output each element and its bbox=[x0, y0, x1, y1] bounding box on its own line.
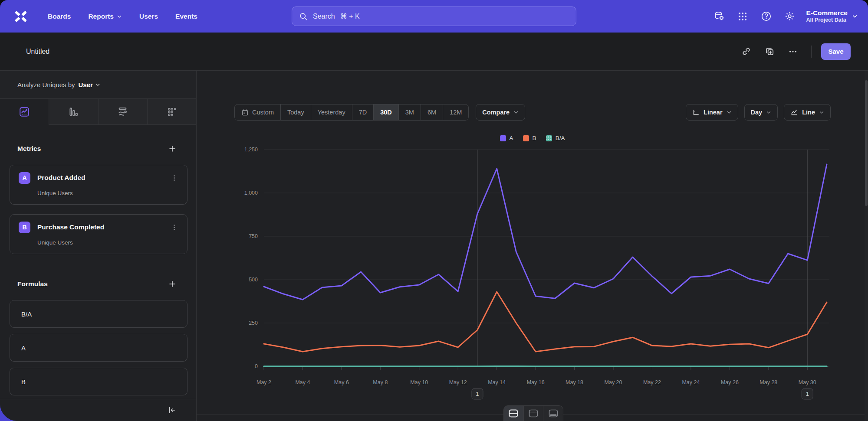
metric-menu-button[interactable] bbox=[168, 221, 180, 233]
project-scope: All Project Data bbox=[806, 17, 846, 24]
plus-icon bbox=[168, 145, 176, 153]
seg-label: 12M bbox=[450, 109, 462, 116]
date-range-12m[interactable]: 12M bbox=[443, 104, 468, 120]
content-area: Untitled bbox=[0, 33, 868, 421]
legend-label: B bbox=[533, 135, 536, 141]
seg-label: Yesterday bbox=[318, 109, 345, 116]
date-range-3m[interactable]: 3M bbox=[398, 104, 421, 120]
plus-icon bbox=[168, 280, 176, 288]
formula-label: A bbox=[21, 344, 26, 352]
date-range-control: Custom Today Yesterday 7D 30D 3M 6M 12M bbox=[234, 104, 469, 121]
more-options-button[interactable] bbox=[784, 43, 802, 60]
annotation-badge-label: 1 bbox=[806, 391, 809, 397]
gear-icon bbox=[784, 11, 795, 22]
database-gear-icon bbox=[714, 11, 725, 22]
legend-item-b[interactable]: B bbox=[523, 135, 536, 141]
x-axis-label: May 26 bbox=[721, 379, 739, 385]
analyze-row: Analyze Uniques by User bbox=[0, 71, 196, 98]
save-button[interactable]: Save bbox=[821, 43, 851, 60]
y-axis-label: 0 bbox=[255, 363, 258, 369]
analyze-by-dropdown[interactable]: User bbox=[79, 81, 100, 88]
scrollbar-thumb[interactable] bbox=[865, 80, 868, 206]
search-icon bbox=[299, 12, 308, 21]
series-line-a[interactable] bbox=[264, 164, 827, 300]
metrics-section-header: Metrics bbox=[17, 142, 179, 155]
header-view-icon bbox=[529, 409, 538, 418]
chart-style-label: Line bbox=[802, 109, 815, 116]
interval-label: Day bbox=[751, 109, 763, 116]
duplicate-button[interactable] bbox=[761, 43, 778, 60]
date-range-30d[interactable]: 30D bbox=[373, 104, 398, 120]
formula-card-a[interactable]: A bbox=[10, 334, 187, 362]
formulas-section-header: Formulas bbox=[17, 277, 179, 290]
formulas-title: Formulas bbox=[17, 280, 48, 288]
date-range-yesterday[interactable]: Yesterday bbox=[311, 104, 352, 120]
y-axis-label: 750 bbox=[249, 233, 258, 239]
project-switcher[interactable]: E-Commerce All Project Data bbox=[806, 9, 858, 24]
tab-scatter-grid[interactable] bbox=[147, 99, 196, 125]
x-axis-label: May 14 bbox=[488, 379, 506, 385]
x-axis-label: May 28 bbox=[760, 379, 777, 385]
metric-measurement[interactable]: Unique Users bbox=[37, 239, 187, 246]
formula-card-b[interactable]: B bbox=[10, 368, 187, 395]
data-management-button[interactable] bbox=[710, 7, 729, 26]
compare-label: Compare bbox=[482, 109, 510, 116]
y-axis-label: 500 bbox=[249, 277, 258, 283]
date-range-7d[interactable]: 7D bbox=[352, 104, 374, 120]
chart-panel: Custom Today Yesterday 7D 30D 3M 6M 12M … bbox=[197, 71, 868, 421]
tab-flow[interactable] bbox=[98, 99, 147, 125]
search-input[interactable]: Search ⌘ + K bbox=[292, 7, 576, 26]
legend-item-ba[interactable]: B/A bbox=[546, 135, 565, 141]
toggle-panel-view[interactable] bbox=[543, 406, 563, 421]
chevron-down-icon bbox=[727, 110, 732, 115]
workspace: Analyze Uniques by User bbox=[0, 71, 868, 421]
metric-card-product-added[interactable]: A Product Added Unique Users bbox=[10, 165, 187, 205]
tab-line-chart[interactable] bbox=[0, 99, 49, 125]
chevron-down-icon bbox=[766, 110, 771, 115]
date-range-6m[interactable]: 6M bbox=[421, 104, 443, 120]
nav-item-boards[interactable]: Boards bbox=[41, 8, 78, 25]
metric-menu-button[interactable] bbox=[168, 172, 180, 184]
query-sidebar: Analyze Uniques by User bbox=[0, 71, 197, 421]
series-line-b[interactable] bbox=[264, 292, 827, 352]
seg-label: 30D bbox=[380, 109, 392, 116]
chevron-down-icon bbox=[513, 110, 519, 115]
panel-view-icon bbox=[549, 409, 558, 418]
metrics-title: Metrics bbox=[17, 145, 41, 153]
settings-button[interactable] bbox=[780, 7, 799, 26]
date-range-today[interactable]: Today bbox=[280, 104, 311, 120]
mixpanel-logo[interactable] bbox=[12, 8, 30, 25]
nav-item-events[interactable]: Events bbox=[168, 8, 204, 25]
date-range-custom[interactable]: Custom bbox=[235, 104, 280, 120]
nav-item-users[interactable]: Users bbox=[132, 8, 165, 25]
nav-item-reports[interactable]: Reports bbox=[81, 8, 129, 25]
chevron-down-icon bbox=[852, 13, 858, 19]
scale-dropdown[interactable]: Linear bbox=[686, 104, 738, 121]
collapse-sidebar-button[interactable] bbox=[163, 401, 181, 419]
calendar-icon bbox=[241, 109, 249, 116]
apps-grid-button[interactable] bbox=[733, 7, 752, 26]
tab-bar-chart[interactable] bbox=[49, 99, 98, 125]
report-title[interactable]: Untitled bbox=[26, 48, 49, 55]
y-axis-label: 1,250 bbox=[244, 147, 258, 153]
interval-dropdown[interactable]: Day bbox=[744, 104, 778, 121]
x-axis-label: May 4 bbox=[295, 379, 310, 385]
analyze-value: User bbox=[79, 81, 93, 88]
formula-card-ba[interactable]: B/A bbox=[10, 300, 187, 328]
chevron-down-icon bbox=[95, 82, 100, 87]
line-style-icon bbox=[790, 108, 798, 116]
legend-swatch-ba bbox=[546, 135, 552, 141]
scatter-grid-icon bbox=[166, 106, 178, 117]
help-button[interactable] bbox=[756, 7, 776, 26]
chart-style-dropdown[interactable]: Line bbox=[784, 104, 831, 121]
compare-dropdown[interactable]: Compare bbox=[476, 104, 525, 121]
copy-link-button[interactable] bbox=[737, 43, 755, 60]
add-metric-button[interactable] bbox=[166, 142, 179, 155]
toggle-header-view[interactable] bbox=[523, 406, 543, 421]
toggle-split-view[interactable] bbox=[504, 406, 523, 421]
add-formula-button[interactable] bbox=[166, 277, 179, 290]
trend-chart[interactable]: 02505007501,0001,25011May 2May 4May 6May… bbox=[197, 71, 868, 421]
legend-item-a[interactable]: A bbox=[500, 135, 513, 141]
metric-card-purchase-completed[interactable]: B Purchase Completed Unique Users bbox=[10, 214, 187, 254]
metric-measurement[interactable]: Unique Users bbox=[37, 190, 187, 196]
